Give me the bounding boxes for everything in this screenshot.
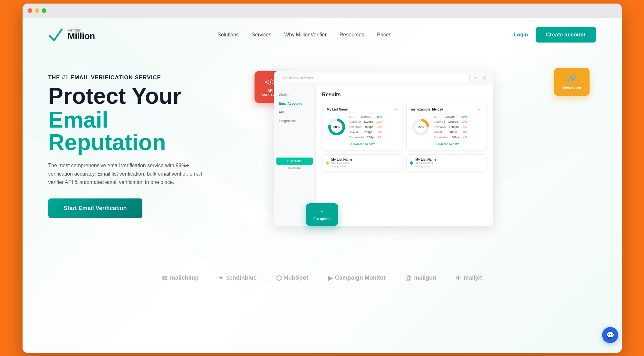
nav-item-why[interactable]: Why MillionVerifier (284, 32, 327, 38)
card-2-footer: ↓ Download Reports (411, 142, 482, 146)
logo-million-text: Million (68, 31, 95, 41)
browser-titlebar (23, 4, 622, 18)
nav-actions: Login Create account (514, 27, 596, 43)
notification-icon (472, 75, 479, 81)
svg-point-11 (479, 109, 480, 110)
svg-point-5 (395, 109, 396, 110)
integrations-badge: 🔗 Integrations (554, 68, 590, 96)
brand-hubspot: ⬡ HubSpot (276, 274, 308, 282)
card-3-stats-line: 8000pc 40% (332, 165, 352, 168)
card-1-footer: ↓ Download Reports (327, 142, 398, 146)
login-button[interactable]: Login (514, 32, 528, 38)
mockup-sidebar-emailaccounts: EmailAccounts (274, 99, 315, 108)
card-2-donut: 25% (411, 117, 430, 137)
mailchimp-icon: ✉ (162, 274, 168, 282)
mockup-search-bar: Search any list results... (279, 74, 470, 82)
svg-point-2 (475, 77, 476, 79)
logos-bar: ✉ mailchimp ✦ sendinblue ⬡ HubSpot ▶ Cam… (23, 261, 622, 292)
close-icon[interactable] (28, 8, 32, 13)
navbar: Verifier Million Solutions Services Why … (23, 18, 622, 52)
browser-window: Verifier Million Solutions Services Why … (23, 4, 622, 353)
mailchimp-label: mailchimp (170, 274, 199, 281)
create-account-button[interactable]: Create account (536, 27, 596, 43)
nav-item-services[interactable]: Services (252, 32, 271, 38)
card-1-name: My List Name (327, 108, 348, 111)
svg-text:80%: 80% (333, 125, 340, 129)
nav-item-solutions[interactable]: Solutions (217, 32, 239, 38)
brand-mailgun: @ mailgun (405, 274, 437, 282)
result-card-4: My List Name 01-04-23 10:40 4100pc 41% (406, 154, 486, 171)
mockup-sidebar-integrations: Integrations (274, 117, 315, 125)
file-upload-badge: ↑ File upload (306, 203, 338, 226)
card-2-name: ms_example_file.csv (411, 108, 443, 111)
card-3-name: My List Name (332, 158, 352, 161)
svg-point-4 (394, 109, 395, 110)
hero-right: </> API connection 🔗 Integrations Search… (255, 65, 596, 252)
integrations-label: Integrations (562, 85, 582, 89)
result-card-1: My List Name 80% (322, 103, 402, 151)
card-4-stats-line: 4100pc 41% (416, 165, 436, 168)
card-1-stats: On:3000pc35% Catch all1100pc12% Unknown:… (350, 114, 382, 140)
hero-section: THE #1 EMAIL VERIFICATION SERVICE Protec… (23, 52, 622, 252)
brand-mailchimp: ✉ mailchimp (162, 274, 199, 282)
hero-title-line3: Reputation (48, 131, 235, 154)
card-3-status-icon (326, 161, 329, 165)
file-upload-label: File upload (312, 217, 332, 221)
chat-icon: 💬 (606, 331, 614, 339)
start-email-verification-button[interactable]: Start Email Verification (48, 198, 142, 218)
logo-icon (48, 27, 68, 43)
card-1-donut: 80% (327, 117, 346, 137)
page-content: Verifier Million Solutions Services Why … (23, 18, 622, 353)
hero-title-line1: Protect Your (48, 85, 235, 107)
maximize-icon[interactable] (42, 8, 46, 13)
hero-subtitle: THE #1 EMAIL VERIFICATION SERVICE (48, 74, 235, 81)
svg-text:25%: 25% (417, 125, 424, 129)
card-2-content: 25% On:2400pc30% Catch all1500pc19% Unkn… (411, 114, 482, 140)
dashboard-mockup: Search any list results... Credits Email… (274, 71, 493, 226)
hero-title-line2: Email (48, 109, 235, 131)
nav-item-prices[interactable]: Prices (377, 32, 391, 38)
campaign-monitor-icon: ▶ (328, 274, 332, 282)
mailjet-label: mailjet (464, 274, 482, 281)
brand-sendinblue: ✦ sendinblue (218, 274, 257, 282)
mockup-credit-count: Credit: 476 (276, 167, 313, 169)
cards-grid: My List Name 80% (322, 103, 486, 172)
result-card-2: ms_example_file.csv 25% (406, 103, 486, 151)
svg-point-12 (480, 109, 481, 110)
nav-item-resources[interactable]: Resources (340, 32, 364, 38)
sendinblue-label: sendinblue (226, 274, 257, 281)
card-1-content: 80% On:3000pc35% Catch all1100pc12% Unkn… (327, 114, 398, 140)
results-title: Results (322, 92, 486, 98)
logo[interactable]: Verifier Million (48, 27, 95, 43)
mockup-sidebar-credits: Credits (274, 91, 315, 99)
card-4-info: My List Name 01-04-23 10:40 4100pc 41% (416, 158, 436, 168)
hero-description: The most comprehensive email verificatio… (48, 161, 203, 187)
card-1-menu-icon (394, 108, 398, 111)
mailgun-icon: @ (405, 274, 412, 282)
card-2-header: ms_example_file.csv (411, 108, 482, 111)
svg-point-3 (483, 77, 486, 79)
chat-bubble-button[interactable]: 💬 (602, 327, 618, 343)
svg-point-10 (478, 109, 479, 110)
nav-links: Solutions Services Why MillionVerifier R… (217, 32, 391, 38)
card-1-header: My List Name (327, 108, 398, 111)
campaign-monitor-label: Campaign Monitor (335, 274, 386, 281)
mockup-sidebar-api: API (274, 108, 315, 117)
minimize-icon[interactable] (35, 8, 39, 13)
settings-icon (481, 75, 488, 81)
brand-campaign-monitor: ▶ Campaign Monitor (328, 274, 386, 282)
card-2-menu-icon (478, 108, 482, 111)
mailgun-label: mailgun (414, 274, 436, 281)
card-4-name: My List Name (416, 158, 436, 161)
buy-credit-button: Buy credit (276, 158, 313, 165)
svg-point-6 (396, 109, 397, 110)
card-4-date: 01-04-23 10:40 (416, 161, 436, 164)
mockup-header: Search any list results... (274, 71, 493, 85)
hubspot-label: HubSpot (284, 274, 308, 281)
result-card-3: My List Name 01-04-23 10:40 8000pc 40% (322, 154, 402, 171)
hero-left: THE #1 EMAIL VERIFICATION SERVICE Protec… (48, 65, 235, 218)
card-2-stats: On:2400pc30% Catch all1500pc19% Unknown:… (434, 114, 467, 140)
card-3-info: My List Name 01-04-23 10:40 8000pc 40% (332, 158, 352, 168)
file-upload-icon: ↑ (312, 208, 332, 216)
sendinblue-icon: ✦ (218, 274, 224, 282)
